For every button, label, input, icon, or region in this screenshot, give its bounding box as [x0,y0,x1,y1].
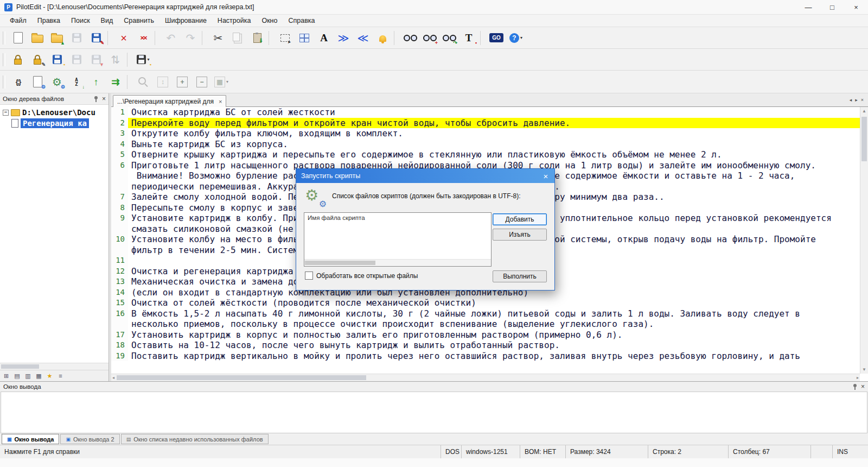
selection-mode-button[interactable] [275,29,295,47]
minimize-button[interactable]: — [796,0,820,14]
menu-encryption[interactable]: Шифрование [159,16,212,26]
copy-button[interactable] [228,29,247,47]
hscroll-track[interactable] [116,374,856,381]
menu-view[interactable]: Вид [95,16,119,26]
menu-window[interactable]: Окно [256,16,283,26]
output-content[interactable] [1,392,867,433]
recent-files-list-tab[interactable]: ▤Окно списка недавно использованных файл… [121,434,269,444]
maximize-button[interactable]: □ [820,0,844,14]
scroll-left-icon[interactable]: ◂ [111,374,116,381]
save-encrypted-button[interactable]: ▪ [47,51,67,68]
output-close-button[interactable]: × [861,383,865,390]
font-button[interactable]: A [314,29,334,47]
open-file-button[interactable] [28,29,47,47]
tree-mode-button[interactable]: ⊞ [1,373,11,380]
editor-line-1[interactable]: 1Очистка картриджа БС от солей жесткости [111,107,860,118]
paste-button[interactable] [247,29,267,47]
fit-window-button[interactable]: ↕ [153,73,173,91]
dialog-title-bar[interactable]: Запустить скрипты × [296,169,554,183]
collapse-all-button[interactable]: − [192,73,212,91]
find-in-result-button[interactable] [133,73,153,91]
redo-button[interactable]: ↷ [181,29,200,47]
menu-file[interactable]: Файл [4,16,32,26]
recent-files-button[interactable]: ≡ [55,373,66,379]
undo-button[interactable]: ↶ [161,29,181,47]
menu-help[interactable]: Справка [283,16,320,26]
desktop-view-button[interactable]: ▦ [34,373,44,380]
goto-button[interactable]: GO [487,29,506,47]
next-bookmark-button[interactable]: ≫ [334,29,353,47]
script-list-hscrollbar[interactable] [304,259,491,266]
run-button[interactable]: Выполнить [493,270,547,282]
tree-node-file[interactable]: Регенерация ка [1,118,107,129]
close-button[interactable]: × [844,0,868,14]
more-tools-button[interactable]: ▦▾ [212,73,231,91]
expand-all-button[interactable]: + [173,73,192,91]
editor-line-5[interactable]: 5Отверните крышку картриджа и пересыпьте… [111,149,860,160]
add-script-button[interactable]: Добавить [493,213,547,225]
detail-list-button[interactable]: ▥ [23,373,33,380]
menu-edit[interactable]: Правка [32,16,66,26]
close-all-files-button[interactable]: ×× [133,29,153,47]
extract-lines-button[interactable]: ↑ [86,73,106,91]
help-button[interactable]: ?▾ [506,29,526,47]
menu-search[interactable]: Поиск [66,16,95,26]
editor-line-18[interactable]: 18Оставить на 10-12 часов, после чего вы… [111,340,860,351]
script-file-button[interactable]: {;} [8,73,28,91]
tab-regeneration-file[interactable]: ...\Регенерация картриджей для × [113,95,226,107]
vscroll-track[interactable] [860,115,868,365]
edit-script-button[interactable]: ⚙ [28,73,47,91]
open-encrypted-file-button[interactable] [8,51,28,68]
find-button[interactable] [400,29,420,47]
editor-line-15[interactable]: 15Очистка от солей жёсткости (проводится… [111,298,860,308]
run-script-button[interactable]: ⚙⚙ [47,73,67,91]
scrollbar-thumb[interactable] [305,261,375,265]
close-file-button[interactable]: × [114,29,133,47]
folder-list-button[interactable]: ▤ [12,373,22,380]
tree-node-root[interactable]: − D:\Lenouser\Docu [1,107,107,118]
process-all-files-option[interactable]: Обработать все открытые файлы [305,272,418,280]
reminder-button[interactable] [373,29,392,47]
output-window-tab[interactable]: ▣Окно вывода [2,434,59,444]
favorites-button[interactable]: ★ [44,373,55,380]
editor-vscrollbar[interactable]: ▲ ▼ [860,107,868,374]
menu-compare[interactable]: Сравнить [118,16,159,26]
encryption-options-button[interactable]: ▪▾ [133,51,153,68]
editor-line-3[interactable]: 3Открутите колбу фильтра ключом, входящи… [111,128,860,139]
pin-icon[interactable] [853,384,857,387]
scrollbar-thumb[interactable] [1,364,39,369]
replace-in-files-button[interactable]: ↷ [439,29,459,47]
scrollbar-thumb[interactable] [117,375,366,380]
collapse-expander-icon[interactable]: − [3,110,9,116]
save-all-button[interactable]: ✎ [86,29,106,47]
remove-script-button[interactable]: Изъять [493,229,547,241]
menu-settings[interactable]: Настройка [212,16,257,26]
editor-line-16[interactable]: 16В ёмкость 1,5-2 л насыпать 40 г лимонн… [111,308,860,319]
save-as-encrypted-button[interactable]: ✎ [28,51,47,68]
scroll-tabs-right-button[interactable]: ▸ [855,97,858,103]
prev-bookmark-button[interactable]: ≪ [353,29,373,47]
ftp-transfer-button[interactable]: ⇅ [106,51,125,68]
process-all-files-checkbox[interactable] [305,272,313,280]
editor-line-2[interactable]: 2Перекройте воду перед фильтром и открой… [111,118,860,129]
editor-line-19[interactable]: 19Поставить картридж вертикально в мойку… [111,351,860,362]
cut-button[interactable]: ✂ [208,29,228,47]
find-in-files-button[interactable]: + [420,29,439,47]
replace-button[interactable]: T▪ [459,29,478,47]
scroll-right-icon[interactable]: ▸ [856,374,860,381]
upload-encrypted-button[interactable]: ▼ [86,51,106,68]
script-list-column-header[interactable]: Имя файла скрипта [304,213,491,223]
column-mode-button[interactable] [295,29,314,47]
script-file-list[interactable]: Имя файла скрипта [304,212,492,267]
editor-hscrollbar[interactable]: ◂ ▸ [111,374,860,381]
tree-hscrollbar[interactable] [0,363,108,370]
save-all-encrypted-button[interactable] [67,51,86,68]
reload-file-button[interactable]: ▲ [47,29,67,47]
editor-line-wrap[interactable]: несколько приемов, поскольку в процессе … [111,319,860,330]
file-tree-close-button[interactable]: × [102,95,106,103]
output-window-2-tab[interactable]: ▣Окно вывода 2 [60,434,119,444]
close-active-tab-button[interactable]: × [861,97,864,103]
new-file-button[interactable] [8,29,28,47]
editor-line-17[interactable]: 17Установить картридж в корпус и полност… [111,330,860,340]
tab-close-icon[interactable]: × [219,98,222,105]
